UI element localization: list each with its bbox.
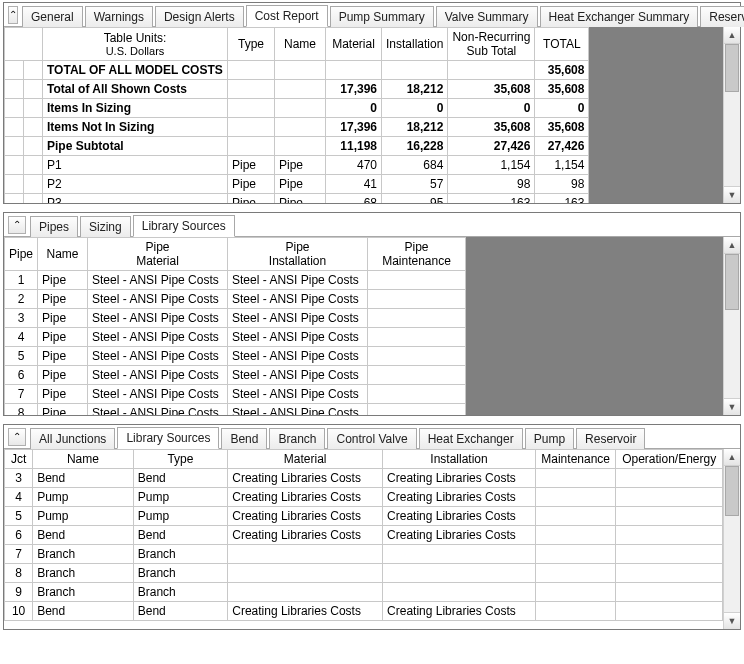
col-pipe-maintenance[interactable]: PipeMaintenance xyxy=(368,238,466,271)
p3-tab-branch[interactable]: Branch xyxy=(269,428,325,449)
col-pipe[interactable]: Pipe xyxy=(5,238,38,271)
pipe-library-tabbar: ⌃ PipesSizingLibrary Sources xyxy=(4,213,740,237)
p3-tab-library-sources[interactable]: Library Sources xyxy=(117,427,219,449)
col-jct[interactable]: Jct xyxy=(5,450,33,469)
collapse-button[interactable]: ⌃ xyxy=(8,216,26,234)
p3-tab-control-valve[interactable]: Control Valve xyxy=(327,428,416,449)
scroll-thumb[interactable] xyxy=(725,254,739,310)
col-pipe-installation[interactable]: PipeInstallation xyxy=(228,238,368,271)
table-row[interactable]: P1PipePipe4706841,1541,154 xyxy=(5,156,589,175)
cost-report-table[interactable]: Table Units: U.S. Dollars Type Name Mate… xyxy=(4,27,589,203)
p2-tab-sizing[interactable]: Sizing xyxy=(80,216,131,237)
scroll-down-icon[interactable]: ▼ xyxy=(724,612,740,629)
table-row[interactable]: 7BranchBranch xyxy=(5,545,723,564)
table-row[interactable]: 5PumpPumpCreating Libraries CostsCreatin… xyxy=(5,507,723,526)
table-row[interactable]: Items In Sizing0000 xyxy=(5,99,589,118)
pipe-library-panel: ⌃ PipesSizingLibrary Sources Pipe Name P… xyxy=(3,212,741,416)
table-header-row: Pipe Name PipeMaterial PipeInstallation … xyxy=(5,238,466,271)
empty-area xyxy=(589,27,723,203)
units-value: U.S. Dollars xyxy=(47,45,223,57)
table-row[interactable]: 5PipeSteel - ANSI Pipe CostsSteel - ANSI… xyxy=(5,347,466,366)
p1-tab-warnings[interactable]: Warnings xyxy=(85,6,153,27)
p1-tab-valve-summary[interactable]: Valve Summary xyxy=(436,6,538,27)
vertical-scrollbar[interactable]: ▲ ▼ xyxy=(723,237,740,415)
p3-tab-pump[interactable]: Pump xyxy=(525,428,574,449)
p1-tab-design-alerts[interactable]: Design Alerts xyxy=(155,6,244,27)
empty-area xyxy=(466,237,723,415)
table-row[interactable]: 2PipeSteel - ANSI Pipe CostsSteel - ANSI… xyxy=(5,290,466,309)
p1-tab-pump-summary[interactable]: Pump Summary xyxy=(330,6,434,27)
p1-tab-cost-report[interactable]: Cost Report xyxy=(246,5,328,27)
table-row[interactable]: Items Not In Sizing17,39618,21235,60835,… xyxy=(5,118,589,137)
scroll-down-icon[interactable]: ▼ xyxy=(724,186,740,203)
vertical-scrollbar[interactable]: ▲ ▼ xyxy=(723,449,740,629)
vertical-scrollbar[interactable]: ▲ ▼ xyxy=(723,27,740,203)
cost-report-tabbar: ⌃ GeneralWarningsDesign AlertsCost Repor… xyxy=(4,3,740,27)
p3-tab-bend[interactable]: Bend xyxy=(221,428,267,449)
scroll-down-icon[interactable]: ▼ xyxy=(724,398,740,415)
col-material[interactable]: Material xyxy=(326,28,382,61)
scroll-up-icon[interactable]: ▲ xyxy=(724,237,740,254)
col-installation[interactable]: Installation xyxy=(382,28,448,61)
table-header-row: Table Units: U.S. Dollars Type Name Mate… xyxy=(5,28,589,61)
table-row[interactable]: 4PipeSteel - ANSI Pipe CostsSteel - ANSI… xyxy=(5,328,466,347)
col-op-energy[interactable]: Operation/Energy xyxy=(616,450,723,469)
table-row[interactable]: 8PipeSteel - ANSI Pipe CostsSteel - ANSI… xyxy=(5,404,466,416)
scroll-thumb[interactable] xyxy=(725,44,739,92)
col-nonrecurring[interactable]: Non-Recurring Sub Total xyxy=(448,28,535,61)
units-label: Table Units: xyxy=(47,31,223,45)
scroll-thumb[interactable] xyxy=(725,466,739,516)
table-row[interactable]: P2PipePipe41579898 xyxy=(5,175,589,194)
scroll-up-icon[interactable]: ▲ xyxy=(724,27,740,44)
p3-tab-heat-exchanger[interactable]: Heat Exchanger xyxy=(419,428,523,449)
table-row[interactable]: 4PumpPumpCreating Libraries CostsCreatin… xyxy=(5,488,723,507)
table-row[interactable]: 6PipeSteel - ANSI Pipe CostsSteel - ANSI… xyxy=(5,366,466,385)
junction-library-table[interactable]: Jct Name Type Material Installation Main… xyxy=(4,449,723,621)
p3-tab-all-junctions[interactable]: All Junctions xyxy=(30,428,115,449)
col-pipe-material[interactable]: PipeMaterial xyxy=(88,238,228,271)
col-total[interactable]: TOTAL xyxy=(535,28,589,61)
col-type[interactable]: Type xyxy=(133,450,228,469)
table-row[interactable]: Total of All Shown Costs17,39618,21235,6… xyxy=(5,80,589,99)
junction-library-tabbar: ⌃ All JunctionsLibrary SourcesBendBranch… xyxy=(4,425,740,449)
table-row[interactable]: Pipe Subtotal11,19816,22827,42627,426 xyxy=(5,137,589,156)
table-header-row: Jct Name Type Material Installation Main… xyxy=(5,450,723,469)
table-row[interactable]: 9BranchBranch xyxy=(5,583,723,602)
col-material[interactable]: Material xyxy=(228,450,383,469)
p3-tab-reservoir[interactable]: Reservoir xyxy=(576,428,645,449)
col-maintenance[interactable]: Maintenance xyxy=(535,450,615,469)
table-row[interactable]: 7PipeSteel - ANSI Pipe CostsSteel - ANSI… xyxy=(5,385,466,404)
scroll-up-icon[interactable]: ▲ xyxy=(724,449,740,466)
p2-tab-library-sources[interactable]: Library Sources xyxy=(133,215,235,237)
col-name[interactable]: Name xyxy=(38,238,88,271)
cost-report-panel: ⌃ GeneralWarningsDesign AlertsCost Repor… xyxy=(3,2,741,204)
table-row[interactable]: 6BendBendCreating Libraries CostsCreatin… xyxy=(5,526,723,545)
p1-tab-heat-exchanger-summary[interactable]: Heat Exchanger Summary xyxy=(540,6,699,27)
table-row[interactable]: P3PipePipe6895163163 xyxy=(5,194,589,204)
col-installation[interactable]: Installation xyxy=(383,450,536,469)
p1-tab-reservoir-summary[interactable]: Reservoir Summary xyxy=(700,6,744,27)
table-row[interactable]: TOTAL OF ALL MODEL COSTS35,608 xyxy=(5,61,589,80)
collapse-button[interactable]: ⌃ xyxy=(8,428,26,446)
col-type[interactable]: Type xyxy=(228,28,275,61)
table-row[interactable]: 10BendBendCreating Libraries CostsCreati… xyxy=(5,602,723,621)
table-row[interactable]: 8BranchBranch xyxy=(5,564,723,583)
pipe-library-table[interactable]: Pipe Name PipeMaterial PipeInstallation … xyxy=(4,237,466,415)
junction-library-panel: ⌃ All JunctionsLibrary SourcesBendBranch… xyxy=(3,424,741,630)
col-name[interactable]: Name xyxy=(275,28,326,61)
table-row[interactable]: 1PipeSteel - ANSI Pipe CostsSteel - ANSI… xyxy=(5,271,466,290)
table-row[interactable]: 3PipeSteel - ANSI Pipe CostsSteel - ANSI… xyxy=(5,309,466,328)
p2-tab-pipes[interactable]: Pipes xyxy=(30,216,78,237)
table-row[interactable]: 3BendBendCreating Libraries CostsCreatin… xyxy=(5,469,723,488)
col-name[interactable]: Name xyxy=(33,450,134,469)
p1-tab-general[interactable]: General xyxy=(22,6,83,27)
collapse-button[interactable]: ⌃ xyxy=(8,6,18,24)
